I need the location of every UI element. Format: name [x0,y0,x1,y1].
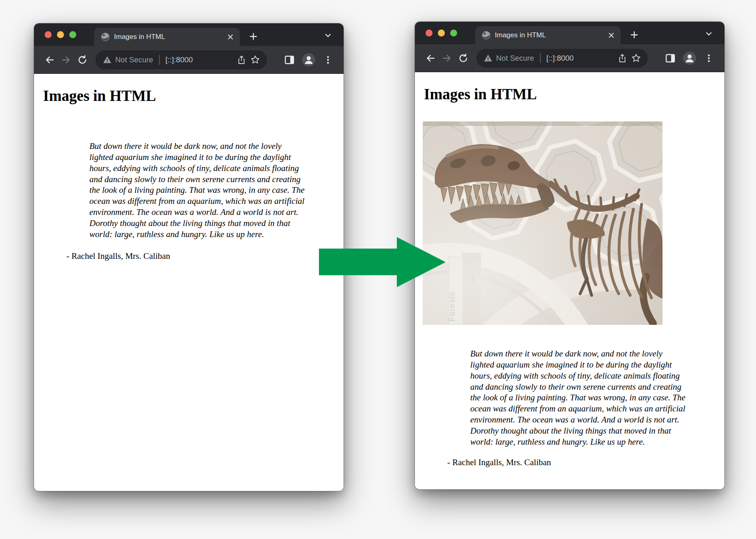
kebab-menu-icon [323,55,333,65]
plus-icon [629,30,639,40]
page-content: Images in HTML But down there it would b… [34,74,344,491]
star-icon [250,55,260,65]
back-arrow-icon [425,53,436,64]
avatar [683,51,697,65]
forward-arrow-icon [442,53,452,64]
browser-toolbar: Not Secure [::]:8000 [34,46,344,74]
tab-search-button[interactable] [703,28,715,39]
profile-button[interactable] [301,52,317,68]
security-label: Not Secure [496,54,534,63]
tab-strip: Images in HTML [415,22,724,44]
address-bar[interactable]: Not Secure [::]:8000 [96,50,267,69]
not-secure-warning-icon [484,54,492,62]
avatar [302,53,316,67]
new-tab-button[interactable] [626,27,642,43]
side-panel-icon [284,55,295,65]
back-arrow-icon [44,55,55,65]
reload-icon [458,53,469,64]
tab-close-button[interactable] [608,32,615,39]
url-text: [::]:8000 [166,55,193,64]
omnibox-separator [540,53,541,63]
page-content: Images in HTML [415,72,724,489]
side-panel-icon [665,53,676,64]
profile-button[interactable] [681,50,698,66]
zoom-window-button[interactable] [450,30,457,37]
forward-button[interactable] [58,52,74,68]
share-button[interactable] [237,55,246,65]
traffic-lights [426,30,461,37]
tab-images-in-html[interactable]: Images in HTML [94,28,240,46]
page-title: Images in HTML [43,87,334,105]
minimize-window-button[interactable] [57,31,64,38]
chevron-down-icon [323,31,332,40]
side-panel-button[interactable] [281,52,298,68]
page-title: Images in HTML [424,86,715,103]
traffic-lights [45,31,80,38]
star-icon [631,53,641,63]
reload-button[interactable] [455,50,471,66]
back-button[interactable] [422,50,439,66]
tab-search-button[interactable] [322,30,334,41]
globe-favicon-icon [101,32,110,41]
menu-button[interactable] [701,50,717,66]
close-window-button[interactable] [426,30,433,37]
kebab-menu-icon [704,53,714,63]
tab-title: Images in HTML [495,31,603,39]
tab-images-in-html[interactable]: Images in HTML [475,26,621,44]
url-text: [::]:8000 [547,54,574,63]
tab-close-button[interactable] [227,33,234,41]
side-panel-button[interactable] [662,50,679,66]
zoom-window-button[interactable] [69,31,76,38]
security-label: Not Secure [115,55,153,64]
close-window-button[interactable] [45,31,52,38]
bookmark-button[interactable] [250,55,260,65]
minimize-window-button[interactable] [438,30,445,37]
share-button[interactable] [617,53,627,63]
browser-window-after: Images in HTML [415,22,724,489]
close-icon [608,32,615,39]
back-button[interactable] [41,52,58,68]
quote-attribution: - Rachel Ingalls, Mrs. Caliban [66,251,334,261]
globe-favicon-icon [482,31,491,40]
address-bar[interactable]: Not Secure [::]:8000 [476,49,648,68]
plus-icon [248,32,258,41]
quote-block: But down there it would be dark now, and… [470,348,688,448]
quote-block: But down there it would be dark now, and… [89,141,307,240]
bookmark-button[interactable] [631,53,641,63]
tab-title: Images in HTML [114,33,223,41]
menu-button[interactable] [320,52,336,68]
chevron-down-icon [704,29,713,38]
tab-strip: Images in HTML [34,23,344,46]
share-icon [617,53,627,63]
new-tab-button[interactable] [245,28,262,45]
browser-toolbar: Not Secure [::]:8000 [415,44,724,72]
dinosaur-image: Forests 3 [423,121,663,325]
reload-button[interactable] [74,52,91,68]
omnibox-separator [159,55,160,65]
close-icon [227,33,234,41]
share-icon [237,55,246,65]
forward-button[interactable] [439,50,455,66]
not-secure-warning-icon [103,56,112,64]
browser-window-before: Images in HTML [34,23,344,491]
reload-icon [77,55,88,65]
forward-arrow-icon [61,55,71,65]
quote-attribution: - Rachel Ingalls, Mrs. Caliban [447,457,715,468]
